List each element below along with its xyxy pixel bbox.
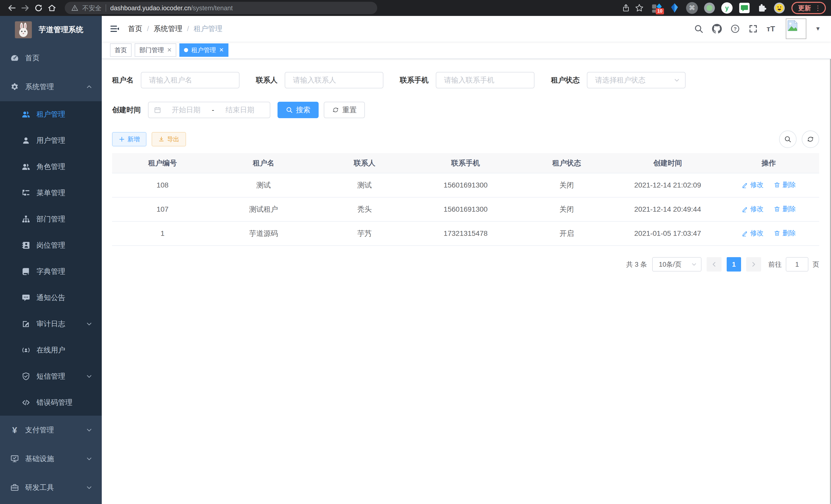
- edit-link[interactable]: 修改: [742, 205, 764, 213]
- sidebar-item-error-code[interactable]: 错误码管理: [0, 389, 102, 416]
- tab-tenant[interactable]: 租户管理 ✕: [179, 43, 228, 57]
- sidebar-item-user[interactable]: 用户管理: [0, 127, 102, 154]
- browser-update-button[interactable]: 更新 ⋮: [792, 2, 826, 14]
- date-range-picker[interactable]: 开始日期 - 结束日期: [148, 102, 270, 118]
- page-url[interactable]: dashboard.yudao.iocoder.cn/system/tenant: [110, 4, 233, 12]
- export-button[interactable]: 导出: [152, 132, 186, 146]
- header-search-icon[interactable]: [694, 24, 703, 33]
- goto-page-input[interactable]: [786, 257, 808, 271]
- sidebar-item-home[interactable]: 首页: [0, 44, 102, 72]
- security-label[interactable]: 不安全: [82, 4, 102, 12]
- security-warning-icon[interactable]: [71, 5, 78, 11]
- extension-tabs-icon[interactable]: 10: [651, 2, 663, 14]
- filter-row-2: 创建时间 开始日期 - 结束日期 搜索 重置: [112, 102, 819, 118]
- toggle-search-button[interactable]: [779, 130, 797, 148]
- caret-down-icon[interactable]: ▼: [815, 25, 821, 32]
- breadcrumb-section: 系统管理: [154, 24, 182, 34]
- extensions-puzzle-icon[interactable]: [756, 2, 768, 14]
- github-icon[interactable]: [712, 24, 722, 34]
- refresh-table-button[interactable]: [802, 130, 819, 148]
- refresh-icon: [332, 106, 339, 114]
- sidebar-toggle-icon[interactable]: [110, 24, 120, 34]
- status-select[interactable]: 请选择租户状态: [587, 72, 686, 88]
- font-size-icon[interactable]: тT: [767, 24, 775, 33]
- extension-y-icon[interactable]: y: [721, 2, 733, 14]
- delete-link[interactable]: 删除: [774, 205, 796, 213]
- browser-window: 不安全 dashboard.yudao.iocoder.cn/system/te…: [0, 0, 831, 504]
- pagination-total: 共 3 条: [626, 260, 647, 269]
- breadcrumb-home[interactable]: 首页: [128, 24, 142, 34]
- extension-chat-icon[interactable]: [739, 2, 750, 14]
- extension-command-icon[interactable]: ⌘: [686, 2, 698, 14]
- sidebar-item-role[interactable]: 角色管理: [0, 154, 102, 180]
- cell-tenant-id: 108: [112, 173, 213, 197]
- search-button[interactable]: 搜索: [278, 102, 319, 118]
- dictionary-icon: [22, 267, 30, 276]
- forward-icon[interactable]: [19, 1, 32, 14]
- table-header-row: 租户编号 租户名 联系人 联系手机 租户状态 创建时间 操作: [112, 153, 819, 173]
- sidebar-item-dept[interactable]: 部门管理: [0, 206, 102, 232]
- sidebar-item-notice[interactable]: 通知公告: [0, 285, 102, 311]
- close-icon[interactable]: ✕: [219, 47, 224, 53]
- home-icon[interactable]: [45, 1, 59, 14]
- sidebar-item-post[interactable]: 岗位管理: [0, 232, 102, 259]
- contact-input[interactable]: [285, 72, 383, 88]
- share-icon[interactable]: [619, 1, 633, 14]
- help-icon[interactable]: ?: [730, 24, 740, 33]
- edit-link[interactable]: 修改: [742, 180, 764, 189]
- sidebar-item-dict[interactable]: 字典管理: [0, 259, 102, 285]
- avatar[interactable]: [786, 19, 806, 39]
- sidebar-item-menu-mgmt[interactable]: 菜单管理: [0, 180, 102, 206]
- sidebar-item-dev-tools[interactable]: 研发工具: [0, 473, 102, 502]
- sidebar-item-payment[interactable]: ¥ 支付管理: [0, 416, 102, 444]
- page-size-select[interactable]: 10条/页: [652, 257, 701, 271]
- sidebar-item-online-users[interactable]: 在线用户: [0, 337, 102, 363]
- fullscreen-icon[interactable]: [748, 24, 758, 33]
- sidebar-item-label: 在线用户: [36, 345, 65, 355]
- calendar-icon: [154, 106, 161, 114]
- prev-page-button[interactable]: [707, 257, 721, 271]
- cell-contact: 测试: [314, 173, 415, 197]
- reset-button[interactable]: 重置: [324, 102, 365, 118]
- next-page-button[interactable]: [746, 257, 761, 271]
- add-button[interactable]: 新增: [112, 132, 146, 146]
- sidebar-item-sms[interactable]: 短信管理: [0, 363, 102, 389]
- tenant-name-input[interactable]: [141, 72, 239, 88]
- start-date-placeholder[interactable]: 开始日期: [161, 105, 211, 115]
- app-logo-row[interactable]: 芋道管理系统: [0, 16, 102, 44]
- bookmark-star-icon[interactable]: [633, 1, 646, 14]
- column-header: 操作: [718, 153, 819, 173]
- delete-link[interactable]: 删除: [774, 180, 796, 189]
- reload-icon[interactable]: [32, 1, 45, 14]
- sidebar-menu: 首页 系统管理 租户管理: [0, 44, 102, 502]
- filter-status: 租户状态 请选择租户状态: [551, 72, 686, 88]
- sidebar-item-infra[interactable]: 基础设施: [0, 444, 102, 473]
- close-icon[interactable]: ✕: [167, 47, 172, 53]
- delete-link[interactable]: 删除: [774, 229, 796, 238]
- plus-icon: [119, 136, 125, 142]
- tab-dept[interactable]: 部门管理 ✕: [135, 43, 176, 57]
- column-header: 联系手机: [415, 153, 516, 173]
- address-bar[interactable]: 不安全 dashboard.yudao.iocoder.cn/system/te…: [65, 2, 377, 14]
- breadcrumb-current: 租户管理: [194, 24, 223, 34]
- cell-tenant-id: 107: [112, 197, 213, 221]
- end-date-placeholder[interactable]: 结束日期: [215, 105, 265, 115]
- tab-home[interactable]: 首页: [110, 43, 132, 57]
- cell-actions: 修改 删除: [718, 173, 819, 197]
- back-icon[interactable]: [5, 1, 19, 14]
- filter-mobile: 联系手机: [400, 72, 535, 88]
- sidebar-item-label: 部门管理: [36, 214, 65, 224]
- edit-link[interactable]: 修改: [742, 229, 764, 238]
- chevron-right-icon: [751, 261, 757, 267]
- page-number-1[interactable]: 1: [727, 257, 741, 271]
- browser-menu-icon[interactable]: ⋮: [814, 4, 821, 12]
- cell-mobile: 15601691300: [415, 197, 516, 221]
- sidebar-item-system[interactable]: 系统管理: [0, 72, 102, 101]
- extension-dot-icon[interactable]: [704, 2, 715, 14]
- extension-emoji-icon[interactable]: [773, 2, 785, 14]
- sidebar-item-tenant[interactable]: 租户管理: [0, 101, 102, 127]
- extension-kite-icon[interactable]: [668, 2, 681, 14]
- sidebar-item-audit-log[interactable]: 审计日志: [0, 311, 102, 337]
- page-unit-label: 页: [812, 260, 819, 269]
- mobile-input[interactable]: [436, 72, 535, 88]
